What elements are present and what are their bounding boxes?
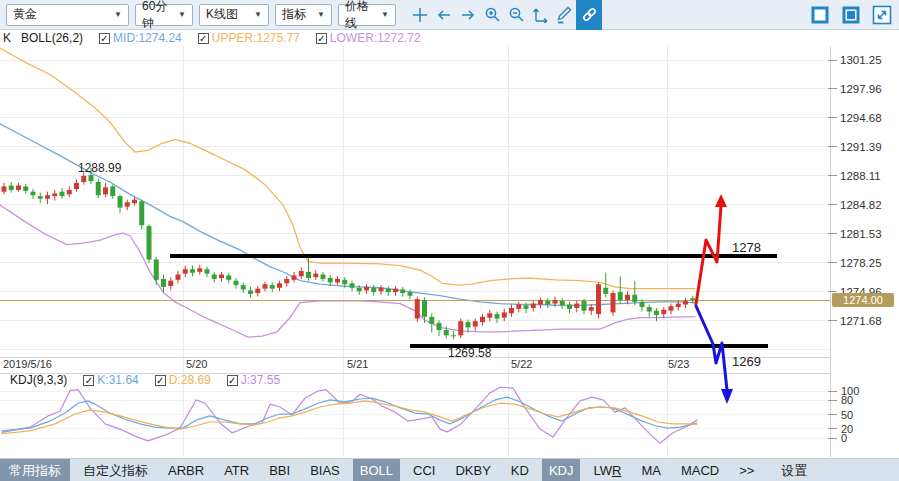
indicator-item: ✓J:37.55 bbox=[227, 373, 280, 387]
tab-设置[interactable]: 设置 bbox=[774, 459, 814, 481]
indicator-item: ✓K:31.64 bbox=[83, 373, 138, 387]
kdj-indicator-bar: KDJ(9,3,3)✓K:31.64✓D:28.69✓J:37.55 bbox=[0, 372, 280, 388]
zoom-in-button[interactable] bbox=[480, 0, 504, 30]
crosshair-button[interactable] bbox=[408, 0, 432, 30]
indicator-value-label: D:28.69 bbox=[169, 373, 211, 387]
indicator-checkbox[interactable]: ✓ bbox=[99, 33, 110, 44]
svg-text:0: 0 bbox=[841, 432, 847, 444]
price-line-select-value: 价格线 bbox=[345, 0, 375, 32]
svg-text:5/21: 5/21 bbox=[347, 358, 368, 370]
svg-text:1281.53: 1281.53 bbox=[840, 228, 882, 240]
symbol-select-value: 黄金 bbox=[13, 6, 37, 23]
tab-cci[interactable]: CCI bbox=[406, 459, 442, 481]
indicator-checkbox[interactable]: ✓ bbox=[227, 375, 238, 386]
indicator-title: KDJ(9,3,3) bbox=[10, 373, 67, 387]
svg-text:1271.68: 1271.68 bbox=[840, 315, 882, 327]
svg-text:5/22: 5/22 bbox=[511, 358, 532, 370]
indicator-value-label: K:31.64 bbox=[97, 373, 138, 387]
pan-right-button[interactable] bbox=[456, 0, 480, 30]
time-axis: 2019/5/165/205/215/225/23 bbox=[3, 358, 689, 370]
svg-text:1288.99: 1288.99 bbox=[78, 161, 122, 175]
svg-text:2019/5/16: 2019/5/16 bbox=[3, 358, 52, 370]
svg-text:5/20: 5/20 bbox=[186, 358, 207, 370]
tab-bbi[interactable]: BBI bbox=[262, 459, 297, 481]
tab-kdj[interactable]: KDJ bbox=[542, 459, 581, 481]
svg-text:1294.68: 1294.68 bbox=[840, 112, 882, 124]
zoom-out-button[interactable] bbox=[504, 0, 528, 30]
panel-layout-2-button[interactable] bbox=[839, 0, 863, 30]
tab-自定义指标[interactable]: 自定义指标 bbox=[76, 459, 155, 481]
tab--[interactable]: >> bbox=[732, 459, 761, 481]
annotations: 1288.991269.58 bbox=[78, 161, 492, 360]
svg-text:50: 50 bbox=[841, 409, 853, 421]
indicator-checkbox[interactable]: ✓ bbox=[316, 33, 327, 44]
window-controls bbox=[808, 0, 894, 30]
chevron-down-icon: ▼ bbox=[254, 10, 262, 19]
chart-type-select[interactable]: K线图 ▼ bbox=[199, 4, 269, 26]
indicator-checkbox[interactable]: ✓ bbox=[155, 375, 166, 386]
indicator-select-value: 指标 bbox=[282, 6, 306, 23]
kdj-axis: 1008050200 bbox=[828, 385, 859, 444]
svg-text:1291.39: 1291.39 bbox=[840, 141, 882, 153]
svg-text:1278: 1278 bbox=[732, 240, 761, 255]
draw-pencil-button[interactable] bbox=[552, 0, 576, 30]
price-axis: 1301.251297.961294.681291.391288.111284.… bbox=[828, 54, 894, 327]
tab-lwr[interactable]: LWR bbox=[586, 459, 628, 481]
zoom-out-icon bbox=[508, 6, 525, 23]
tab-dkby[interactable]: DKBY bbox=[448, 459, 497, 481]
chevron-down-icon: ▼ bbox=[178, 10, 186, 19]
tab-bias[interactable]: BIAS bbox=[303, 459, 347, 481]
indicator-item: ✓D:28.69 bbox=[155, 373, 211, 387]
tab-macd[interactable]: MACD bbox=[674, 459, 726, 481]
draw-pencil-icon bbox=[556, 6, 573, 24]
indicator-value-label: MID:1274.24 bbox=[113, 31, 182, 45]
tab-常用指标[interactable]: 常用指标 bbox=[0, 459, 70, 481]
candles bbox=[2, 168, 696, 339]
link-chart-button[interactable] bbox=[576, 0, 602, 30]
fullscreen-button[interactable] bbox=[870, 0, 894, 30]
indicator-value-label: LOWER:1272.72 bbox=[330, 31, 421, 45]
axis-scale-icon bbox=[532, 6, 549, 23]
kdj-lines bbox=[2, 387, 697, 443]
indicator-item: ✓UPPER:1275.77 bbox=[198, 31, 300, 45]
pan-left-button[interactable] bbox=[432, 0, 456, 30]
price-line-select[interactable]: 价格线 ▼ bbox=[338, 4, 396, 26]
interval-select[interactable]: 60分钟 ▼ bbox=[135, 4, 193, 26]
chevron-down-icon: ▼ bbox=[317, 10, 325, 19]
chevron-down-icon: ▼ bbox=[114, 10, 122, 19]
tab-boll[interactable]: BOLL bbox=[353, 459, 400, 481]
panel-filled-icon bbox=[842, 6, 860, 24]
fullscreen-icon bbox=[872, 5, 892, 25]
link-icon bbox=[581, 6, 598, 23]
trading-app-window: 黄金 ▼ 60分钟 ▼ K线图 ▼ 指标 ▼ 价格线 ▼ bbox=[0, 0, 899, 481]
chart-canvas[interactable]: 1288.991269.58127812691301.251297.961294… bbox=[0, 0, 899, 458]
toolbar: 黄金 ▼ 60分钟 ▼ K线图 ▼ 指标 ▼ 价格线 ▼ bbox=[0, 0, 899, 30]
svg-text:1269.58: 1269.58 bbox=[448, 346, 492, 360]
panel-layout-button[interactable] bbox=[808, 0, 832, 30]
svg-text:80: 80 bbox=[841, 394, 853, 406]
tab-atr[interactable]: ATR bbox=[217, 459, 256, 481]
indicator-tabbar: 常用指标自定义指标ARBRATRBBIBIASBOLLCCIDKBYKDKDJL… bbox=[0, 458, 899, 481]
indicator-select[interactable]: 指标 ▼ bbox=[275, 4, 332, 26]
svg-text:1269: 1269 bbox=[732, 354, 761, 369]
zoom-in-icon bbox=[484, 6, 501, 23]
svg-text:1274.00: 1274.00 bbox=[843, 294, 883, 306]
symbol-select[interactable]: 黄金 ▼ bbox=[6, 4, 129, 26]
indicator-checkbox[interactable]: ✓ bbox=[83, 375, 94, 386]
axis-scale-button[interactable] bbox=[528, 0, 552, 30]
tab-kd[interactable]: KD bbox=[504, 459, 536, 481]
indicator-value-label: UPPER:1275.77 bbox=[212, 31, 300, 45]
svg-text:1278.25: 1278.25 bbox=[840, 257, 882, 269]
indicator-checkbox[interactable]: ✓ bbox=[198, 33, 209, 44]
arrow-left-icon bbox=[436, 7, 452, 23]
tab-ma[interactable]: MA bbox=[634, 459, 668, 481]
crosshair-icon bbox=[412, 7, 428, 23]
boll-indicator-bar: KBOLL(26,2)✓MID:1274.24✓UPPER:1275.77✓LO… bbox=[0, 30, 421, 46]
svg-text:1301.25: 1301.25 bbox=[840, 54, 882, 66]
chart-type-select-value: K线图 bbox=[206, 6, 238, 23]
arrow-right-icon bbox=[460, 7, 476, 23]
svg-text:1297.96: 1297.96 bbox=[840, 83, 882, 95]
indicator-item: ✓LOWER:1272.72 bbox=[316, 31, 421, 45]
tab-arbr[interactable]: ARBR bbox=[161, 459, 211, 481]
indicator-item: ✓MID:1274.24 bbox=[99, 31, 182, 45]
